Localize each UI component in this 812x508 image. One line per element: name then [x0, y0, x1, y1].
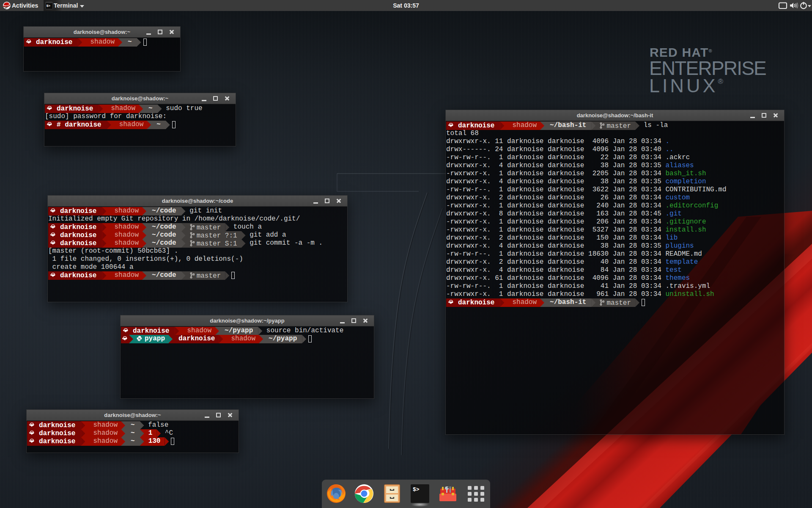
svg-text:$>: $> [413, 486, 420, 493]
